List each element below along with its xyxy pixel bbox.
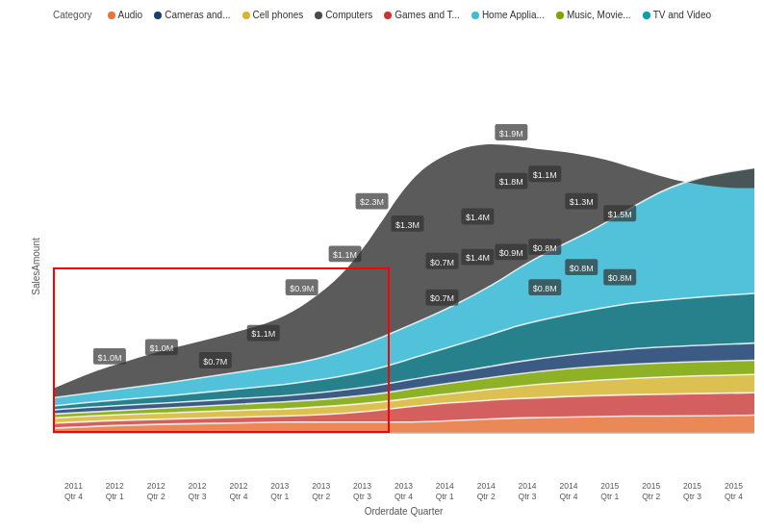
y-axis-label: SalesAmount — [31, 238, 41, 294]
svg-text:$1.8M: $1.8M — [499, 177, 523, 187]
svg-text:$1.1M: $1.1M — [251, 329, 275, 339]
legend-label-computers: Computers — [325, 10, 372, 20]
chart-svg: $1.0M $1.0M $0.7M $1.1M $0.9M $1.1M $2.3… — [53, 28, 754, 464]
svg-text:$1.1M: $1.1M — [333, 250, 357, 260]
svg-text:$1.3M: $1.3M — [395, 219, 420, 229]
svg-text:$1.4M: $1.4M — [466, 213, 490, 222]
legend-dot-audio — [108, 12, 115, 19]
x-label-2013q3: 2013Qtr 3 — [342, 481, 383, 502]
legend-item-homeappliance: Home Applia... — [471, 10, 545, 20]
legend-dot-tv — [643, 12, 650, 19]
svg-text:$0.7M: $0.7M — [203, 357, 227, 367]
legend-dot-homeappliance — [471, 12, 479, 19]
chart-legend: Category Audio Cameras and... Cell phone… — [53, 10, 754, 20]
x-label-2012q3: 2012Qtr 3 — [177, 481, 218, 502]
svg-text:$0.9M: $0.9M — [290, 284, 314, 293]
legend-dot-music — [556, 12, 564, 19]
x-label-2015q3: 2015Qtr 3 — [672, 481, 713, 502]
legend-dot-games — [384, 12, 392, 19]
legend-label-music: Music, Movie... — [567, 10, 631, 20]
x-axis-title: Orderdate Quarter — [365, 506, 444, 517]
x-label-2013q1: 2013Qtr 1 — [259, 481, 300, 502]
legend-item-audio: Audio — [108, 10, 143, 20]
svg-text:$0.8M: $0.8M — [533, 243, 557, 253]
svg-text:$0.8M: $0.8M — [570, 264, 594, 273]
x-label-2013q2: 2013Qtr 2 — [300, 481, 342, 502]
legend-item-cellphones: Cell phones — [242, 10, 304, 20]
svg-text:$0.8M: $0.8M — [608, 273, 632, 283]
x-label-2013q4: 2013Qtr 4 — [383, 481, 424, 502]
svg-text:$1.5M: $1.5M — [608, 210, 632, 219]
legend-title: Category — [53, 10, 92, 20]
legend-item-music: Music, Movie... — [556, 10, 631, 20]
x-label-2014q4: 2014Qtr 4 — [548, 481, 590, 502]
svg-text:$1.1M: $1.1M — [533, 170, 557, 180]
svg-text:$1.4M: $1.4M — [466, 253, 490, 263]
legend-label-games: Games and T... — [395, 10, 460, 20]
x-label-2011q4: 2011Qtr 4 — [53, 481, 94, 502]
legend-item-games: Games and T... — [384, 10, 460, 20]
legend-dot-computers — [315, 12, 322, 19]
x-label-2012q2: 2012Qtr 2 — [136, 481, 177, 502]
svg-text:$0.9M: $0.9M — [499, 248, 523, 258]
legend-label-cameras: Cameras and... — [165, 10, 230, 20]
svg-text:$1.0M: $1.0M — [97, 352, 121, 362]
legend-dot-cameras — [154, 12, 162, 19]
legend-item-cameras: Cameras and... — [154, 10, 230, 20]
legend-dot-cellphones — [242, 12, 250, 19]
legend-label-homeappliance: Home Applia... — [482, 10, 545, 20]
x-label-2012q4: 2012Qtr 4 — [218, 481, 260, 502]
legend-label-audio: Audio — [118, 10, 143, 20]
svg-text:$0.8M: $0.8M — [533, 284, 557, 293]
svg-text:$0.7M: $0.7M — [430, 257, 454, 266]
legend-label-tv: TV and Video — [653, 10, 711, 20]
legend-label-cellphones: Cell phones — [253, 10, 304, 20]
svg-text:$0.7M: $0.7M — [430, 293, 454, 303]
svg-text:$1.9M: $1.9M — [499, 129, 523, 139]
x-label-2014q2: 2014Qtr 2 — [466, 481, 507, 502]
chart-area: $1.0M $1.0M $0.7M $1.1M $0.9M $1.1M $2.3… — [53, 28, 754, 464]
chart-container: Category Audio Cameras and... Cell phone… — [0, 0, 764, 532]
legend-item-tv: TV and Video — [643, 10, 711, 20]
x-label-2015q4: 2015Qtr 4 — [713, 481, 754, 502]
x-label-2014q3: 2014Qtr 3 — [507, 481, 548, 502]
x-axis: 2011Qtr 4 2012Qtr 1 2012Qtr 2 2012Qtr 3 … — [53, 481, 754, 502]
x-label-2014q1: 2014Qtr 1 — [424, 481, 466, 502]
x-label-2015q2: 2015Qtr 2 — [630, 481, 672, 502]
x-label-2015q1: 2015Qtr 1 — [589, 481, 630, 502]
svg-text:$2.3M: $2.3M — [360, 197, 384, 207]
x-label-2012q1: 2012Qtr 1 — [94, 481, 136, 502]
svg-text:$1.3M: $1.3M — [570, 197, 594, 207]
svg-text:$1.0M: $1.0M — [149, 343, 173, 353]
legend-item-computers: Computers — [315, 10, 372, 20]
